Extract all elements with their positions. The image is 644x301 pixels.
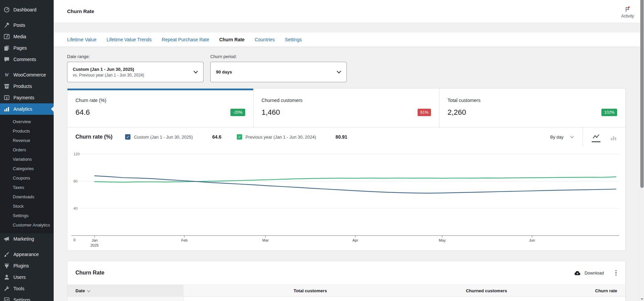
cloud-download-icon	[574, 270, 581, 276]
tab-churn-rate[interactable]: Churn Rate	[219, 37, 245, 42]
summary-card-value: 1,460	[262, 108, 280, 117]
chart-legend: ✓Custom (Jan 1 - Jun 30, 2025)64.6✓Previ…	[125, 134, 363, 140]
media-icon	[3, 33, 10, 40]
sidebar-subitem-stock[interactable]: Stock	[0, 202, 54, 211]
sidebar-item-label: Settings	[13, 297, 31, 301]
admin-sidebar: DashboardPostsMediaPagesCommentsWWooComm…	[0, 0, 54, 301]
kebab-menu-icon[interactable]	[614, 269, 618, 277]
sidebar-item-label: Products	[13, 84, 32, 89]
sidebar-item-marketing[interactable]: Marketing	[0, 233, 54, 245]
sidebar-subitem-settings[interactable]: Settings	[0, 211, 54, 220]
menu-separator	[0, 65, 54, 69]
chevron-down-icon	[337, 69, 341, 73]
scrollbar-down-arrow[interactable]	[641, 298, 643, 300]
sidebar-item-products[interactable]: Products	[0, 81, 54, 92]
analytics-submenu: OverviewProductsRevenueOrdersVariationsC…	[0, 115, 54, 233]
divider	[583, 128, 583, 146]
checkbox-checked-icon[interactable]: ✓	[237, 134, 242, 140]
table-cell: 2,260	[183, 297, 335, 301]
sidebar-subitem-overview[interactable]: Overview	[0, 117, 54, 127]
interval-select[interactable]: By day	[550, 135, 583, 140]
date-range-filter: Date range: Custom (Jan 1 - Jun 30, 2025…	[67, 54, 204, 82]
sidebar-subitem-revenue[interactable]: Revenue	[0, 136, 54, 145]
summary-card-churned-customers[interactable]: Churned customers1,46061%	[254, 89, 440, 127]
dashboard-icon	[3, 6, 10, 13]
activity-button[interactable]: Activity	[621, 6, 634, 18]
sidebar-item-label: Plugins	[13, 263, 29, 268]
users-icon	[3, 274, 10, 281]
sidebar-item-payments[interactable]: $Payments	[0, 92, 54, 103]
flag-icon	[624, 6, 631, 13]
sidebar-item-settings[interactable]: Settings	[0, 294, 54, 301]
interval-label: By day	[550, 135, 564, 140]
date-range-compare: vs. Previous year (Jan 1 - Jun 30, 2024)	[73, 73, 144, 78]
bar-chart-toggle[interactable]	[609, 132, 618, 142]
sidebar-item-pages[interactable]: Pages	[0, 42, 54, 54]
sidebar-item-posts[interactable]: Posts	[0, 19, 54, 31]
tab-countries[interactable]: Countries	[255, 37, 275, 42]
date-range-select[interactable]: Custom (Jan 1 - Jun 30, 2025) vs. Previo…	[67, 62, 204, 82]
sidebar-item-analytics[interactable]: Analytics	[0, 103, 54, 115]
tab-lifetime-value-trends[interactable]: Lifetime Value Trends	[107, 37, 152, 42]
scrollbar-thumb[interactable]	[640, 0, 644, 188]
summary-card-label: Churned customers	[262, 98, 431, 103]
legend-item-previous-year-jan-1-jun-30-2024[interactable]: ✓Previous year (Jan 1 - Jun 30, 2024)80.…	[237, 134, 347, 140]
chart-svg-holder: 40801200Jan2025FebMarAprMayJun	[67, 148, 625, 250]
sidebar-item-appearance[interactable]: Appearance	[0, 249, 54, 260]
sort-chevron-icon	[87, 289, 91, 292]
sidebar-item-label: Posts	[13, 22, 25, 28]
sidebar-item-label: Tools	[13, 286, 24, 291]
table-header-row: DateTotal customersChurned customersChur…	[67, 285, 625, 297]
tab-bar: Lifetime ValueLifetime Value TrendsRepea…	[54, 33, 644, 47]
churn-period-label: Churn period:	[210, 54, 347, 59]
sidebar-subitem-orders[interactable]: Orders	[0, 145, 54, 155]
sidebar-item-woocommerce[interactable]: WWooCommerce	[0, 69, 54, 81]
summary-card-badge: -20%	[230, 109, 245, 116]
churn-period-filter: Churn period: 90 days	[210, 54, 347, 82]
summary-card-label: Total customers	[447, 98, 617, 103]
chart-controls: By day	[550, 128, 625, 146]
summary-card-churn-rate[interactable]: Churn rate (%)64.6-20%	[67, 89, 254, 127]
page-header: Churn Rate Activity	[54, 0, 644, 22]
churn-period-select[interactable]: 90 days	[210, 62, 347, 82]
line-chart-toggle[interactable]	[592, 132, 600, 142]
sidebar-item-tools[interactable]: Tools	[0, 283, 54, 294]
svg-text:Jan: Jan	[92, 238, 98, 242]
sidebar-item-plugins[interactable]: Plugins	[0, 260, 54, 271]
summary-card-badge: 61%	[418, 109, 431, 116]
summary-row: Churn rate (%)64.6-20%Churned customers1…	[67, 89, 625, 128]
sidebar-item-media[interactable]: Media	[0, 31, 54, 42]
sidebar-item-label: WooCommerce	[13, 72, 46, 78]
sidebar-item-dashboard[interactable]: Dashboard	[0, 4, 54, 15]
download-button[interactable]: Download	[574, 270, 604, 276]
column-header-date[interactable]: Date	[67, 285, 183, 297]
sidebar-item-label: Analytics	[13, 106, 32, 112]
svg-text:Feb: Feb	[181, 238, 187, 242]
svg-text:$: $	[6, 96, 7, 100]
svg-text:120: 120	[73, 152, 79, 156]
svg-text:W: W	[5, 72, 9, 78]
sidebar-subitem-downloads[interactable]: Downloads	[0, 192, 54, 202]
tab-repeat-purchase-rate[interactable]: Repeat Purchase Rate	[162, 37, 209, 42]
checkbox-checked-icon[interactable]: ✓	[125, 134, 130, 140]
marketing-icon	[3, 236, 10, 242]
sidebar-subitem-taxes[interactable]: Taxes	[0, 183, 54, 192]
tab-settings[interactable]: Settings	[285, 37, 302, 42]
woocommerce-icon: W	[3, 71, 10, 78]
svg-text:80: 80	[73, 179, 77, 183]
sidebar-item-comments[interactable]: Comments	[0, 54, 54, 65]
svg-text:0: 0	[73, 238, 75, 242]
chevron-down-icon	[571, 135, 574, 138]
sidebar-subitem-variations[interactable]: Variations	[0, 155, 54, 164]
sidebar-subitem-coupons[interactable]: Coupons	[0, 173, 54, 183]
sidebar-subitem-customer-analytics[interactable]: Customer Analytics	[0, 220, 54, 230]
legend-item-custom-jan-1-jun-30-2025[interactable]: ✓Custom (Jan 1 - Jun 30, 2025)64.6	[125, 134, 221, 140]
table-header: Churn Rate Download	[67, 261, 625, 285]
svg-text:40: 40	[73, 206, 77, 210]
scrollbar[interactable]	[640, 0, 644, 301]
summary-card-total-customers[interactable]: Total customers2,260102%	[439, 89, 625, 127]
sidebar-subitem-categories[interactable]: Categories	[0, 164, 54, 173]
tab-lifetime-value[interactable]: Lifetime Value	[67, 37, 97, 42]
sidebar-item-users[interactable]: Users	[0, 271, 54, 283]
sidebar-subitem-products[interactable]: Products	[0, 127, 54, 136]
